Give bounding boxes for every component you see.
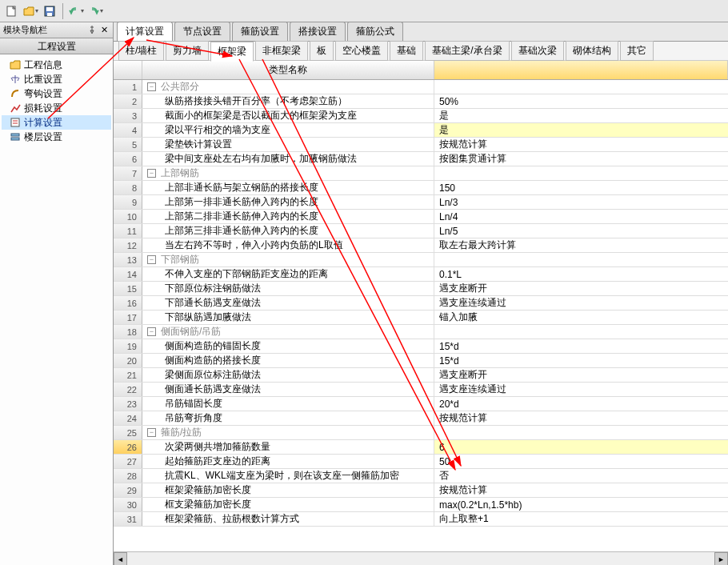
table-row[interactable]: 8上部非通长筋与架立钢筋的搭接长度150 xyxy=(114,181,728,195)
table-row[interactable]: 14不伸入支座的下部钢筋距支座边的距离0.1*L xyxy=(114,267,728,282)
row-value-cell[interactable]: 50% xyxy=(434,94,728,108)
row-value-cell[interactable]: 遇支座连续通过 xyxy=(434,383,728,396)
sidebar-item-1[interactable]: 比重设置 xyxy=(2,72,111,86)
row-value-cell[interactable]: 0.1*L xyxy=(434,267,728,281)
collapse-icon[interactable]: − xyxy=(147,82,156,91)
table-row[interactable]: 22侧面通长筋遇支座做法遇支座连续通过 xyxy=(114,383,728,397)
table-row[interactable]: 18−侧面钢筋/吊筋 xyxy=(114,325,728,339)
row-value-cell[interactable]: Ln/4 xyxy=(434,210,728,223)
table-row[interactable]: 15下部原位标注钢筋做法遇支座断开 xyxy=(114,282,728,296)
table-row[interactable]: 25−箍筋/拉筋 xyxy=(114,426,728,440)
new-file-icon[interactable] xyxy=(3,3,19,19)
row-value-cell[interactable] xyxy=(434,166,728,180)
undo-icon[interactable]: ▾ xyxy=(68,3,84,19)
table-row[interactable]: 26次梁两侧共增加箍筋数量6 xyxy=(114,440,728,455)
collapse-icon[interactable]: − xyxy=(147,255,156,264)
table-row[interactable]: 28抗震KL、WKL端支座为梁时，则在该支座一侧箍筋加密否 xyxy=(114,469,728,483)
save-icon[interactable] xyxy=(42,3,58,19)
row-value-cell[interactable]: max(0.2*Ln,1.5*hb) xyxy=(434,498,728,511)
collapse-icon[interactable]: − xyxy=(147,327,156,336)
subtab-8[interactable]: 基础次梁 xyxy=(511,41,564,61)
row-value-cell[interactable]: 否 xyxy=(434,469,728,483)
row-value-cell[interactable]: 按图集贯通计算 xyxy=(434,152,728,166)
scroll-left-icon[interactable]: ◄ xyxy=(114,552,127,565)
row-value-cell[interactable]: Ln/5 xyxy=(434,224,728,238)
row-value-cell[interactable]: 150 xyxy=(434,181,728,194)
table-row[interactable]: 27起始箍筋距支座边的距离50 xyxy=(114,455,728,469)
table-row[interactable]: 29框架梁箍筋加密长度按规范计算 xyxy=(114,483,728,498)
subtab-1[interactable]: 剪力墙 xyxy=(166,41,209,61)
row-value-cell[interactable]: 6 xyxy=(434,440,728,454)
table-row[interactable]: 7−上部钢筋 xyxy=(114,166,728,181)
table-row[interactable]: 20侧面构造筋的搭接长度15*d xyxy=(114,354,728,368)
tab-0[interactable]: 计算设置 xyxy=(117,22,173,41)
table-row[interactable]: 31框架梁箍筋、拉筋根数计算方式向上取整+1 xyxy=(114,512,728,527)
pin-icon[interactable] xyxy=(87,25,98,36)
tab-2[interactable]: 箍筋设置 xyxy=(232,22,288,41)
table-row[interactable]: 5梁垫铁计算设置按规范计算 xyxy=(114,138,728,152)
row-value-cell[interactable]: 是 xyxy=(434,123,728,137)
tab-4[interactable]: 箍筋公式 xyxy=(347,22,403,41)
table-row[interactable]: 23吊筋锚固长度20*d xyxy=(114,397,728,411)
collapse-icon[interactable]: − xyxy=(147,428,156,437)
row-value-cell[interactable]: 遇支座连续通过 xyxy=(434,296,728,310)
row-value-cell[interactable]: 15*d xyxy=(434,339,728,353)
collapse-icon[interactable]: − xyxy=(147,169,156,178)
subtab-9[interactable]: 砌体结构 xyxy=(566,41,618,61)
sidebar-item-3[interactable]: 损耗设置 xyxy=(2,101,111,115)
row-value-cell[interactable]: 遇支座断开 xyxy=(434,282,728,295)
row-value-cell[interactable]: 取左右最大跨计算 xyxy=(434,238,728,252)
subtab-10[interactable]: 其它 xyxy=(620,41,654,61)
row-value-cell[interactable]: 按规范计算 xyxy=(434,411,728,425)
table-row[interactable]: 6梁中间支座处左右均有加腋时，加腋钢筋做法按图集贯通计算 xyxy=(114,152,728,166)
table-row[interactable]: 19侧面构造筋的锚固长度15*d xyxy=(114,339,728,354)
subtab-6[interactable]: 基础 xyxy=(390,41,423,61)
table-row[interactable]: 24吊筋弯折角度按规范计算 xyxy=(114,411,728,426)
table-row[interactable]: 30框支梁箍筋加密长度max(0.2*Ln,1.5*hb) xyxy=(114,498,728,512)
row-name: 下部纵筋遇加腋做法 xyxy=(165,311,251,324)
open-file-icon[interactable]: ▾ xyxy=(22,3,38,19)
row-value-cell[interactable] xyxy=(434,253,728,266)
sidebar-item-2[interactable]: 弯钩设置 xyxy=(2,86,111,101)
horizontal-scrollbar[interactable]: ◄ ► xyxy=(114,551,728,565)
row-value-cell[interactable]: 按规范计算 xyxy=(434,483,728,497)
row-value-cell[interactable]: 遇支座断开 xyxy=(434,368,728,382)
redo-icon[interactable]: ▾ xyxy=(87,3,103,19)
close-icon[interactable]: ✕ xyxy=(98,25,110,36)
tab-1[interactable]: 节点设置 xyxy=(174,22,230,41)
row-value-cell[interactable]: 50 xyxy=(434,455,728,468)
row-value-cell[interactable]: 向上取整+1 xyxy=(434,512,728,526)
table-row[interactable]: 17下部纵筋遇加腋做法锚入加腋 xyxy=(114,311,728,325)
table-row[interactable]: 13−下部钢筋 xyxy=(114,253,728,267)
tab-3[interactable]: 搭接设置 xyxy=(290,22,346,41)
table-row[interactable]: 9上部第一排非通长筋伸入跨内的长度Ln/3 xyxy=(114,195,728,210)
table-row[interactable]: 1−公共部分 xyxy=(114,80,728,94)
scroll-right-icon[interactable]: ► xyxy=(714,552,728,565)
table-row[interactable]: 10上部第二排非通长筋伸入跨内的长度Ln/4 xyxy=(114,210,728,224)
row-value-cell[interactable] xyxy=(434,80,728,94)
table-row[interactable]: 11上部第三排非通长筋伸入跨内的长度Ln/5 xyxy=(114,224,728,238)
row-value-cell[interactable]: 按规范计算 xyxy=(434,138,728,151)
table-row[interactable]: 4梁以平行相交的墙为支座是 xyxy=(114,123,728,138)
row-value-cell[interactable]: 锚入加腋 xyxy=(434,311,728,324)
table-row[interactable]: 16下部通长筋遇支座做法遇支座连续通过 xyxy=(114,296,728,311)
table-row[interactable]: 3截面小的框架梁是否以截面大的框架梁为支座是 xyxy=(114,109,728,123)
table-row[interactable]: 21梁侧面原位标注筋做法遇支座断开 xyxy=(114,368,728,383)
sidebar-item-0[interactable]: 工程信息 xyxy=(2,58,111,72)
sidebar-item-5[interactable]: 楼层设置 xyxy=(2,130,111,144)
subtab-0[interactable]: 柱/墙柱 xyxy=(118,41,164,61)
row-value-cell[interactable]: 15*d xyxy=(434,354,728,367)
row-value-cell[interactable] xyxy=(434,325,728,339)
table-row[interactable]: 2纵筋搭接接头错开百分率（不考虑架立筋）50% xyxy=(114,94,728,109)
subtab-4[interactable]: 板 xyxy=(310,41,334,61)
table-row[interactable]: 12当左右跨不等时，伸入小跨内负筋的L取值取左右最大跨计算 xyxy=(114,238,728,253)
subtab-3[interactable]: 非框架梁 xyxy=(255,41,308,61)
subtab-7[interactable]: 基础主梁/承台梁 xyxy=(425,41,509,61)
subtab-5[interactable]: 空心楼盖 xyxy=(335,41,388,61)
sidebar-item-4[interactable]: 计算设置 xyxy=(2,115,111,130)
row-value-cell[interactable]: 20*d xyxy=(434,397,728,411)
row-value-cell[interactable] xyxy=(434,426,728,439)
row-value-cell[interactable]: Ln/3 xyxy=(434,195,728,209)
row-value-cell[interactable]: 是 xyxy=(434,109,728,122)
subtab-2[interactable]: 框架梁 xyxy=(210,42,254,62)
